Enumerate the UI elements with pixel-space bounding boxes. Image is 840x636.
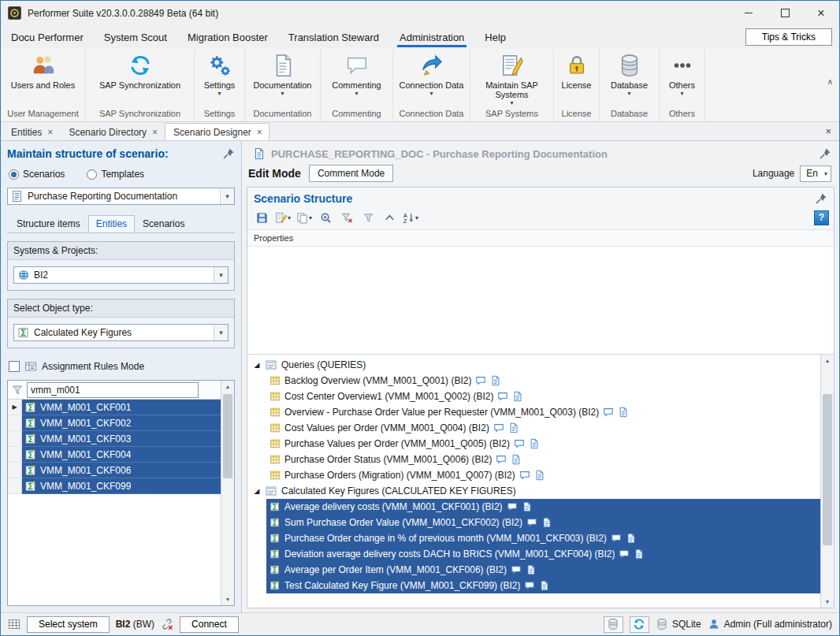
- pin-icon[interactable]: [222, 147, 235, 160]
- tab-close-icon[interactable]: ×: [152, 127, 158, 138]
- sort-button[interactable]: AZ▾: [401, 210, 420, 225]
- ribbon-button-connection-data[interactable]: Connection Data▾: [393, 49, 470, 107]
- ribbon-button-database[interactable]: Database▾: [600, 49, 659, 107]
- ribbon-collapse-button[interactable]: ∧: [827, 77, 833, 86]
- select-system-button[interactable]: Select system: [27, 616, 110, 633]
- scenario-combo[interactable]: Purchase Reporting Documentation ▾: [7, 188, 235, 205]
- grid-row[interactable]: VMM_M001_CKF002: [8, 415, 221, 431]
- tree-item[interactable]: Average delivery costs (VMM_M001_CKF001)…: [247, 499, 820, 515]
- grid-scrollbar[interactable]: ▲ ▼: [221, 381, 234, 605]
- connect-button[interactable]: Connect: [180, 616, 239, 633]
- system-grid-icon[interactable]: [8, 618, 20, 630]
- checkbox[interactable]: [9, 361, 20, 372]
- pin-icon[interactable]: [815, 192, 827, 205]
- left-tab-entities[interactable]: Entities: [88, 215, 135, 232]
- export-button[interactable]: ▾: [273, 210, 292, 225]
- grid-row[interactable]: VMM_M001_CKF003: [8, 431, 221, 447]
- ribbon-button-settings[interactable]: Settings▾: [195, 49, 244, 107]
- minimize-button[interactable]: [730, 1, 767, 25]
- tab-entities[interactable]: Entities×: [2, 123, 60, 140]
- left-tab-structure-items[interactable]: Structure items: [9, 215, 88, 232]
- ribbon-button-maintain-sap-systems[interactable]: Maintain SAP Systems▾: [470, 49, 553, 107]
- scroll-down-icon[interactable]: ▼: [221, 593, 234, 605]
- expander-icon[interactable]: ◢: [253, 487, 261, 495]
- object-type-combo[interactable]: Calculated Key Figures ▾: [13, 324, 229, 341]
- tips-tricks-button[interactable]: Tips & Tricks: [745, 28, 832, 46]
- scroll-down-icon[interactable]: ▼: [821, 596, 834, 608]
- scroll-up-icon[interactable]: ▲: [821, 355, 834, 366]
- ribbon-button-others[interactable]: Others▾: [660, 49, 704, 107]
- pin-icon[interactable]: [819, 147, 831, 160]
- tree-item[interactable]: Sum Purchase Order Value (VMM_M001_CKF00…: [247, 515, 820, 530]
- language-select[interactable]: En ▾: [800, 166, 831, 182]
- grid-row[interactable]: ▶VMM_M001_CKF001: [8, 400, 221, 415]
- left-tab-scenarios[interactable]: Scenarios: [135, 215, 192, 232]
- ribbon-button-license[interactable]: License: [554, 49, 599, 107]
- tree-item[interactable]: Purchase Order change in % of previous m…: [247, 530, 820, 546]
- menu-item-docu-performer[interactable]: Docu Performer: [1, 25, 94, 49]
- zoom-button[interactable]: [316, 210, 335, 225]
- help-button[interactable]: ?: [814, 210, 829, 225]
- menu-item-administration[interactable]: Administration: [389, 25, 474, 49]
- tab-scenario-directory[interactable]: Scenario Directory×: [60, 123, 165, 140]
- save-button[interactable]: [252, 210, 271, 225]
- expander-icon[interactable]: ◢: [253, 361, 261, 369]
- tree-item[interactable]: Purchase Orders (Migration) (VMM_M001_Q0…: [247, 467, 820, 483]
- user-status[interactable]: Admin (Full administrator): [708, 618, 832, 630]
- tree-item[interactable]: Test Calculated Key Figure (VMM_M001_CKF…: [247, 578, 820, 593]
- tabbar-close-icon[interactable]: ×: [825, 125, 831, 137]
- scroll-track[interactable]: [821, 366, 834, 596]
- tree-item[interactable]: Purchase Order Status (VMM_M001_Q006) (B…: [247, 452, 820, 467]
- tree-item[interactable]: Average per Order Item (VMM_M001_CKF006)…: [247, 562, 820, 578]
- assignment-rules-icon: [24, 360, 37, 373]
- ribbon-button-documentation[interactable]: Documentation▾: [245, 49, 320, 107]
- assignment-rules-checkbox[interactable]: Assignment Rules Mode: [9, 360, 233, 373]
- close-button[interactable]: ×: [803, 1, 839, 25]
- comment-sm-icon: [526, 517, 537, 528]
- chevron-down-icon[interactable]: ▾: [220, 188, 234, 204]
- tree-item[interactable]: Cost Center Overview1 (VMM_M001_Q002) (B…: [247, 389, 820, 404]
- tree-group[interactable]: ◢Queries (QUERIES): [247, 357, 820, 373]
- scroll-track[interactable]: [221, 392, 234, 593]
- tree-scrollbar[interactable]: ▲ ▼: [820, 355, 834, 608]
- chevron-down-icon[interactable]: ▾: [214, 325, 228, 340]
- menu-item-system-scout[interactable]: System Scout: [94, 25, 177, 49]
- tab-close-icon[interactable]: ×: [47, 127, 53, 138]
- templates-radio[interactable]: Templates: [87, 169, 144, 180]
- chevron-down-icon[interactable]: ▾: [214, 267, 228, 283]
- tree-item[interactable]: Purchase Values per Order (VMM_M001_Q005…: [247, 436, 820, 452]
- database-status-button[interactable]: [604, 616, 623, 633]
- sync-status-button[interactable]: [630, 616, 649, 633]
- tree-item[interactable]: Overview - Purchase Order Value per Requ…: [247, 404, 820, 420]
- collapse-button[interactable]: [380, 210, 399, 225]
- menu-item-migration-booster[interactable]: Migration Booster: [177, 25, 278, 49]
- tree-group[interactable]: ◢Calculated Key Figures (CALCULATED KEY …: [247, 483, 820, 499]
- clear-filter-button[interactable]: [337, 210, 356, 225]
- tab-close-icon[interactable]: ×: [257, 127, 262, 138]
- ribbon-button-commenting[interactable]: Commenting▾: [321, 49, 392, 107]
- menu-item-translation-steward[interactable]: Translation Steward: [278, 25, 389, 49]
- maximize-button[interactable]: [767, 1, 803, 25]
- grid-row[interactable]: VMM_M001_CKF004: [8, 447, 221, 463]
- grid-row[interactable]: VMM_M001_CKF006: [8, 463, 221, 478]
- system-combo[interactable]: BI2 ▾: [13, 266, 229, 284]
- menu-item-help[interactable]: Help: [474, 25, 516, 49]
- grid-row[interactable]: VMM_M001_CKF099: [8, 478, 221, 494]
- comment-mode-button[interactable]: Comment Mode: [309, 165, 393, 182]
- scroll-up-icon[interactable]: ▲: [221, 381, 234, 392]
- filter-icon[interactable]: [11, 384, 24, 396]
- scroll-thumb[interactable]: [823, 394, 832, 545]
- ribbon-button-sap-synchronization[interactable]: SAP Synchronization: [86, 49, 194, 107]
- docsm-icon: [529, 438, 540, 449]
- filter-button[interactable]: [359, 210, 377, 225]
- filter-input[interactable]: vmm_m001: [27, 382, 199, 398]
- tree-item[interactable]: Deviation average delivery costs DACH to…: [247, 546, 820, 562]
- ribbon-group-user-management: Users and RolesUser Management: [1, 49, 86, 121]
- copy-button[interactable]: ▾: [295, 210, 314, 225]
- scroll-thumb[interactable]: [223, 394, 232, 478]
- tab-scenario-designer[interactable]: Scenario Designer×: [165, 123, 269, 140]
- scenarios-radio[interactable]: Scenarios: [9, 169, 65, 180]
- tree-item[interactable]: Backlog Overview (VMM_M001_Q001) (BI2): [247, 373, 820, 389]
- ribbon-button-users-and-roles[interactable]: Users and Roles: [1, 49, 85, 107]
- tree-item[interactable]: Cost Values per Order (VMM_M001_Q004) (B…: [247, 420, 820, 436]
